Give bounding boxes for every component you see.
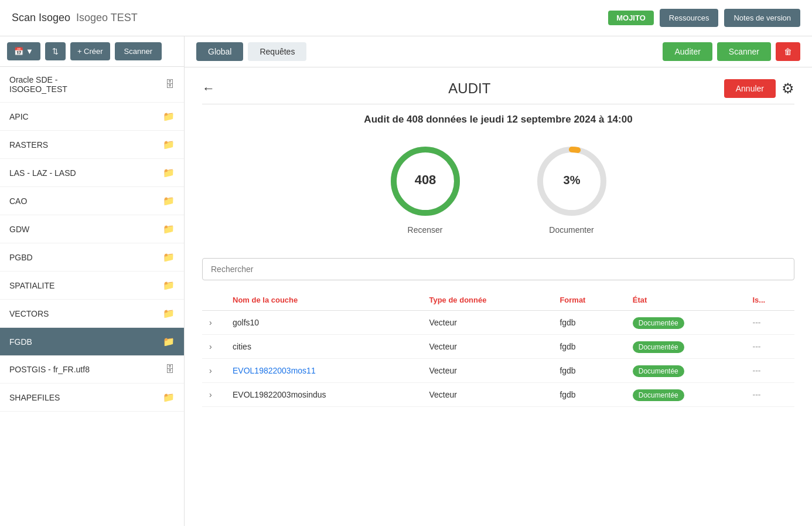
- filter-arrow-icon: ▼: [26, 47, 33, 56]
- sidebar-item-gdw[interactable]: GDW📁: [0, 215, 184, 243]
- row-name-link[interactable]: EVOL19822003mos11: [233, 366, 316, 375]
- filter-button[interactable]: 📅 ▼: [7, 42, 40, 60]
- svg-text:408: 408: [414, 172, 436, 187]
- mojito-badge: MOJITO: [608, 11, 654, 25]
- sidebar-item-shapefiles[interactable]: SHAPEFILES📁: [0, 384, 184, 412]
- status-badge: Documentée: [633, 389, 684, 401]
- sidebar-toolbar: 📅 ▼ ⇅ + Créer Scanner: [0, 36, 184, 67]
- tab-group: Global Requêtes: [196, 42, 306, 61]
- sidebar-item-label: PGBD: [9, 253, 33, 262]
- sidebar-item-fgdb[interactable]: FGDB📁: [0, 328, 184, 356]
- col-is: Is...: [746, 290, 795, 311]
- sidebar-item-pgbd[interactable]: PGBD📁: [0, 243, 184, 272]
- settings-button[interactable]: ⚙: [782, 80, 794, 97]
- row-name: golfs10: [226, 311, 422, 335]
- folder-icon: 📁: [163, 392, 175, 403]
- audit-content: ← AUDIT Annuler ⚙ Audit de 408 données l…: [185, 67, 812, 526]
- row-format: fgdb: [552, 311, 625, 335]
- sidebar-item-oracle-sde[interactable]: Oracle SDE - ISOGEO_TEST🗄: [0, 67, 184, 103]
- folder-icon: 📁: [163, 223, 175, 235]
- calendar-icon: 📅: [14, 47, 23, 56]
- ressources-button[interactable]: Ressources: [660, 9, 719, 27]
- back-button[interactable]: ←: [202, 81, 215, 96]
- sidebar-item-label: SPATIALITE: [9, 281, 54, 290]
- row-is: ---: [746, 311, 795, 335]
- auditer-button[interactable]: Auditer: [663, 42, 712, 61]
- sidebar-item-label: VECTORS: [9, 309, 49, 318]
- recenser-circle-svg: 408: [387, 143, 463, 219]
- expand-button[interactable]: ›: [209, 318, 212, 327]
- sidebar-item-label: Oracle SDE - ISOGEO_TEST: [9, 75, 67, 94]
- scanner-content-button[interactable]: Scanner: [717, 42, 771, 61]
- sidebar: 📅 ▼ ⇅ + Créer Scanner Oracle SDE - ISOGE…: [0, 36, 185, 526]
- search-bar: [202, 258, 794, 280]
- col-expand: [202, 290, 226, 311]
- tab-global[interactable]: Global: [196, 42, 243, 61]
- expand-button[interactable]: ›: [209, 366, 212, 375]
- recenser-label: Recenser: [408, 225, 443, 235]
- documenter-circle-svg: 3%: [534, 143, 610, 219]
- table-row: ›citiesVecteurfgdbDocumentée---: [202, 335, 794, 359]
- row-is: ---: [746, 383, 795, 407]
- documenter-circle-item: 3% Documenter: [534, 143, 610, 235]
- row-is: ---: [746, 335, 795, 359]
- audit-header-actions: Annuler ⚙: [724, 79, 794, 98]
- delete-button[interactable]: 🗑: [776, 42, 800, 61]
- main-container: 📅 ▼ ⇅ + Créer Scanner Oracle SDE - ISOGE…: [0, 36, 812, 526]
- sidebar-item-label: APIC: [9, 112, 29, 121]
- audit-title: AUDIT: [215, 80, 724, 97]
- col-nom: Nom de la couche: [226, 290, 422, 311]
- expand-button[interactable]: ›: [209, 390, 212, 399]
- annuler-button[interactable]: Annuler: [724, 79, 776, 98]
- row-type: Vecteur: [422, 383, 552, 407]
- status-badge: Documentée: [633, 341, 684, 353]
- svg-text:3%: 3%: [563, 174, 580, 186]
- sidebar-item-spatialite[interactable]: SPATIALITE📁: [0, 272, 184, 300]
- status-badge: Documentée: [633, 317, 684, 329]
- sidebar-item-postgis[interactable]: POSTGIS - fr_FR.utf8🗄: [0, 356, 184, 384]
- row-format: fgdb: [552, 359, 625, 383]
- folder-icon: 📁: [163, 139, 175, 150]
- sort-button[interactable]: ⇅: [45, 42, 66, 60]
- col-type: Type de donnée: [422, 290, 552, 311]
- sidebar-item-cao[interactable]: CAO📁: [0, 187, 184, 215]
- sidebar-item-label: GDW: [9, 225, 29, 234]
- sidebar-list: Oracle SDE - ISOGEO_TEST🗄APIC📁RASTERS📁LA…: [0, 67, 184, 526]
- folder-icon: 📁: [163, 336, 175, 347]
- sidebar-item-vectors[interactable]: VECTORS📁: [0, 300, 184, 328]
- table-row: ›golfs10VecteurfgdbDocumentée---: [202, 311, 794, 335]
- header: Scan Isogeo Isogeo TEST MOJITO Ressource…: [0, 0, 812, 36]
- app-name: Scan Isogeo: [12, 12, 70, 24]
- sidebar-item-label: SHAPEFILES: [9, 393, 60, 402]
- tab-requetes[interactable]: Requêtes: [248, 42, 306, 61]
- sidebar-item-label: FGDB: [9, 337, 32, 347]
- row-name: cities: [226, 335, 422, 359]
- sidebar-item-rasters[interactable]: RASTERS📁: [0, 131, 184, 159]
- data-table: Nom de la couche Type de donnée Format É…: [202, 290, 794, 407]
- scanner-sidebar-button[interactable]: Scanner: [115, 42, 162, 60]
- header-left: Scan Isogeo Isogeo TEST: [12, 12, 138, 24]
- row-type: Vecteur: [422, 359, 552, 383]
- sidebar-item-label: CAO: [9, 196, 27, 206]
- header-right: MOJITO Ressources Notes de version: [608, 9, 800, 27]
- notes-button[interactable]: Notes de version: [724, 9, 800, 27]
- row-format: fgdb: [552, 335, 625, 359]
- sidebar-item-las-laz-lasd[interactable]: LAS - LAZ - LASD📁: [0, 159, 184, 187]
- folder-icon: 📁: [163, 195, 175, 206]
- row-type: Vecteur: [422, 311, 552, 335]
- table-row: ›EVOL19822003mosindusVecteurfgdbDocument…: [202, 383, 794, 407]
- table-header: Nom de la couche Type de donnée Format É…: [202, 290, 794, 311]
- audit-header: ← AUDIT Annuler ⚙: [202, 67, 794, 104]
- folder-icon: 📁: [163, 280, 175, 291]
- sidebar-item-label: LAS - LAZ - LASD: [9, 168, 76, 178]
- sidebar-item-label: POSTGIS - fr_FR.utf8: [9, 365, 90, 374]
- creer-button[interactable]: + Créer: [70, 42, 110, 60]
- db-icon: 🗄: [165, 364, 175, 375]
- sidebar-item-apic[interactable]: APIC📁: [0, 103, 184, 131]
- search-input[interactable]: [202, 258, 794, 280]
- row-format: fgdb: [552, 383, 625, 407]
- content-actions: Auditer Scanner 🗑: [663, 42, 800, 61]
- expand-button[interactable]: ›: [209, 342, 212, 351]
- table-body: ›golfs10VecteurfgdbDocumentée---›citiesV…: [202, 311, 794, 407]
- table-row: ›EVOL19822003mos11VecteurfgdbDocumentée-…: [202, 359, 794, 383]
